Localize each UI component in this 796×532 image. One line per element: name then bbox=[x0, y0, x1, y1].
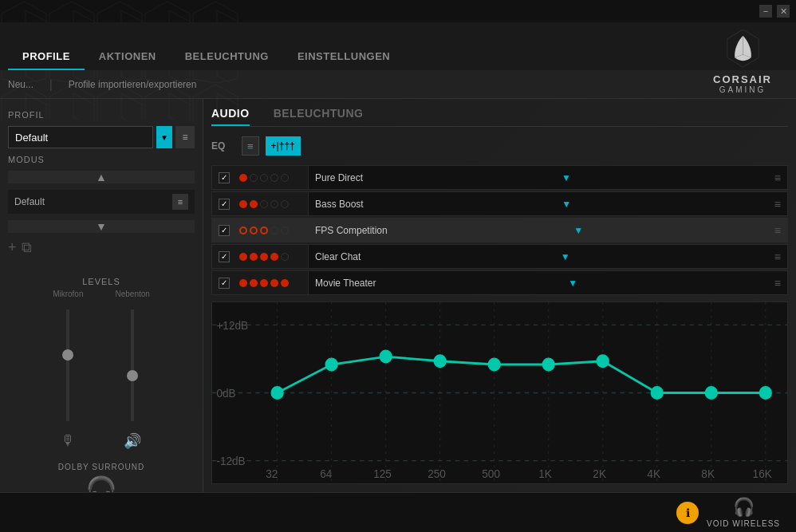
sub-nav: Neu... | Profile importieren/exportieren bbox=[0, 70, 796, 99]
svg-text:4K: 4K bbox=[647, 467, 660, 480]
nebenton-label: Nebenton bbox=[115, 290, 149, 298]
nav-tab-aktionen[interactable]: AKTIONEN bbox=[85, 44, 171, 70]
dot bbox=[250, 174, 258, 182]
dot bbox=[250, 227, 258, 234]
dot bbox=[281, 253, 289, 261]
preset-checkbox-clear-chat[interactable] bbox=[212, 251, 236, 262]
dot bbox=[239, 200, 247, 208]
svg-point-22 bbox=[326, 359, 337, 370]
profile-select-row: Default ▼ ≡ bbox=[8, 126, 195, 148]
svg-point-25 bbox=[489, 359, 500, 370]
dot bbox=[239, 253, 247, 261]
preset-name-fps: FPS Competition bbox=[315, 225, 388, 236]
microphone-icon: 🎙 bbox=[61, 432, 75, 449]
mikrofon-slider-col: Mikrofon 🎙 bbox=[53, 290, 83, 450]
svg-point-24 bbox=[435, 356, 446, 367]
tab-audio[interactable]: AUDIO bbox=[211, 107, 250, 126]
svg-text:64: 64 bbox=[320, 467, 332, 480]
svg-text:1K: 1K bbox=[538, 467, 552, 480]
svg-text:500: 500 bbox=[482, 467, 500, 480]
copy-modus-button[interactable]: ⧉ bbox=[22, 239, 32, 256]
preset-dropdown-fps[interactable]: ▼ bbox=[573, 225, 583, 236]
nav-tab-einstellungen[interactable]: EINSTELLUNGEN bbox=[283, 44, 404, 70]
modus-item: Default ≡ bbox=[8, 190, 195, 214]
preset-checkbox-bass-boost[interactable] bbox=[212, 199, 236, 210]
levels-section: LEVELS Mikrofon 🎙 Nebenton bbox=[8, 269, 195, 450]
svg-point-21 bbox=[272, 387, 283, 398]
checkbox-clear-chat[interactable] bbox=[219, 251, 230, 262]
nebenton-slider[interactable] bbox=[131, 309, 134, 421]
dot bbox=[260, 200, 268, 208]
svg-text:250: 250 bbox=[428, 467, 446, 480]
preset-menu-pure-direct[interactable]: ≡ bbox=[770, 171, 781, 184]
eq-bars-icon: ≡ bbox=[247, 140, 254, 152]
preset-name-cell-clear-chat: Clear Chat ▼ ≡ bbox=[308, 245, 787, 268]
preset-menu-bass-boost[interactable]: ≡ bbox=[770, 198, 781, 211]
preset-name-cell-movie-theater: Movie Theater ▼ ≡ bbox=[308, 271, 787, 294]
checkbox-movie-theater[interactable] bbox=[219, 278, 230, 289]
preset-checkbox-pure-direct[interactable] bbox=[212, 172, 236, 183]
eq-custom-button[interactable]: +|††† bbox=[266, 136, 301, 156]
preset-dropdown-bass-boost[interactable]: ▼ bbox=[562, 199, 571, 210]
preset-dropdown-pure-direct[interactable]: ▼ bbox=[562, 172, 571, 183]
minimize-button[interactable]: − bbox=[759, 5, 772, 18]
svg-text:16K: 16K bbox=[753, 467, 773, 480]
eq-preset-button[interactable]: ≡ bbox=[242, 136, 259, 156]
dots-movie-theater bbox=[236, 279, 308, 287]
modus-menu-icon[interactable]: ≡ bbox=[172, 194, 188, 210]
headset-icon: 🎧 bbox=[733, 497, 755, 518]
svg-text:+12dB: +12dB bbox=[216, 319, 248, 332]
svg-point-27 bbox=[597, 356, 609, 367]
dot bbox=[281, 200, 289, 208]
modus-label: MODUS bbox=[8, 155, 195, 164]
modus-up-button[interactable]: ▲ bbox=[8, 171, 195, 183]
dot bbox=[281, 227, 289, 234]
title-bar: − ✕ bbox=[0, 0, 796, 22]
profil-label: PROFIL bbox=[8, 110, 195, 120]
mikrofon-slider[interactable] bbox=[66, 309, 69, 421]
profile-menu-icon[interactable]: ≡ bbox=[175, 126, 195, 148]
void-wireless-section: 🎧 VOID WIRELESS bbox=[707, 497, 780, 528]
table-row: Pure Direct ▼ ≡ bbox=[211, 165, 788, 190]
dolby-headphones-icon[interactable]: 🎧 bbox=[8, 475, 195, 492]
sidebar: PROFIL Default ▼ ≡ MODUS ▲ Default ≡ ▼ +… bbox=[0, 99, 203, 492]
dot bbox=[270, 200, 278, 208]
mikrofon-slider-container bbox=[66, 301, 69, 429]
dot bbox=[239, 174, 247, 182]
tab-beleuchtung[interactable]: BELEUCHTUNG bbox=[274, 107, 364, 126]
close-button[interactable]: ✕ bbox=[777, 5, 790, 18]
add-modus-button[interactable]: + bbox=[8, 239, 17, 256]
preset-dropdown-clear-chat[interactable]: ▼ bbox=[561, 251, 570, 262]
svg-point-23 bbox=[380, 351, 392, 362]
preset-dropdown-movie-theater[interactable]: ▼ bbox=[568, 278, 577, 289]
modus-down-button[interactable]: ▼ bbox=[8, 220, 195, 233]
preset-menu-movie-theater[interactable]: ≡ bbox=[770, 277, 781, 290]
dot bbox=[239, 279, 247, 287]
profile-dropdown[interactable]: Default bbox=[8, 126, 153, 148]
nav-tab-profile[interactable]: PROFILE bbox=[8, 44, 85, 70]
svg-text:-12dB: -12dB bbox=[216, 455, 245, 467]
eq-row: EQ ≡ +|††† bbox=[211, 133, 788, 159]
checkbox-pure-direct[interactable] bbox=[219, 172, 230, 183]
dot bbox=[270, 253, 278, 261]
dots-bass-boost bbox=[236, 200, 308, 208]
preset-menu-fps[interactable]: ≡ bbox=[770, 224, 781, 237]
right-panel: AUDIO BELEUCHTUNG EQ ≡ +|††† bbox=[203, 99, 796, 492]
corsair-logo: CORSAIR GAMING bbox=[713, 26, 772, 94]
dot bbox=[260, 279, 268, 287]
nav-tab-beleuchtung[interactable]: BELEUCHTUNG bbox=[171, 44, 283, 70]
preset-checkbox-fps[interactable] bbox=[212, 225, 236, 236]
mikrofon-label: Mikrofon bbox=[53, 290, 83, 298]
eq-chart: +12dB 0dB -12dB bbox=[211, 301, 788, 484]
dolby-label: DOLBY SURROUND bbox=[8, 463, 195, 471]
preset-checkbox-movie-theater[interactable] bbox=[212, 278, 236, 289]
table-row: Movie Theater ▼ ≡ bbox=[211, 270, 788, 295]
preset-menu-clear-chat[interactable]: ≡ bbox=[770, 250, 781, 263]
profile-dropdown-arrow[interactable]: ▼ bbox=[156, 126, 172, 148]
battery-icon: ℹ bbox=[676, 502, 699, 524]
dots-fps bbox=[236, 227, 308, 234]
checkbox-fps[interactable] bbox=[219, 225, 230, 236]
sub-nav-import[interactable]: Profile importieren/exportieren bbox=[69, 79, 197, 90]
checkbox-bass-boost[interactable] bbox=[219, 199, 230, 210]
sub-nav-new[interactable]: Neu... bbox=[8, 79, 33, 90]
